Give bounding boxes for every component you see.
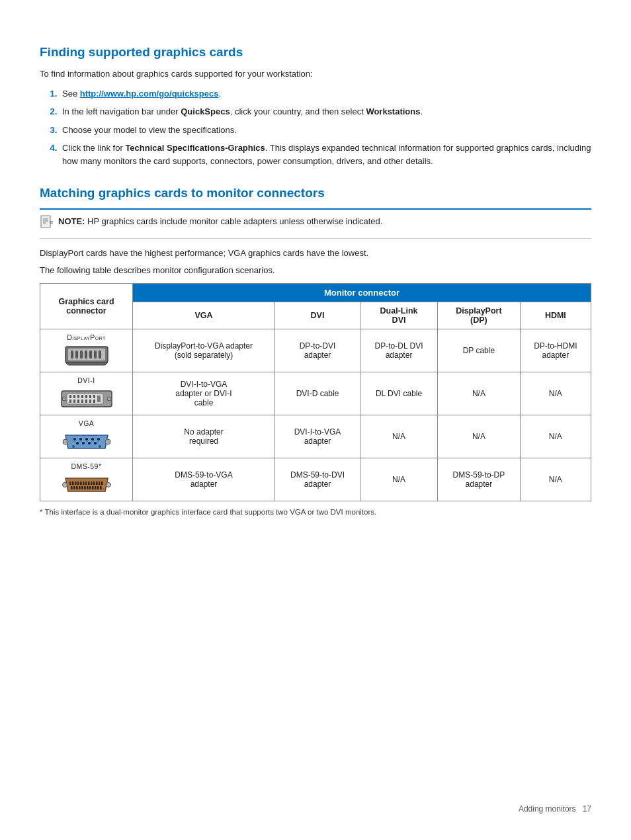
svg-rect-29	[89, 399, 91, 403]
svg-rect-69	[89, 486, 91, 489]
svg-point-42	[88, 442, 91, 444]
displayport-icon	[63, 344, 110, 368]
page-footer: Adding monitors 17	[519, 804, 591, 814]
section1-intro: To find information about graphics cards…	[40, 67, 591, 81]
svg-rect-62	[71, 486, 73, 489]
svg-rect-60	[99, 482, 101, 485]
svg-rect-73	[100, 486, 102, 489]
svg-point-75	[106, 483, 110, 487]
svg-rect-72	[97, 486, 99, 489]
svg-marker-34	[65, 435, 108, 448]
svg-rect-10	[85, 351, 87, 358]
svg-point-44	[72, 445, 75, 448]
perf-text: DisplayPort cards have the highest perfo…	[40, 247, 591, 260]
table-desc: The following table describes monitor co…	[40, 264, 591, 277]
svg-rect-20	[81, 395, 83, 398]
step1-link[interactable]: http://www.hp.com/go/quickspecs	[80, 89, 219, 99]
svg-rect-26	[77, 399, 79, 403]
dvi-vga: DVI-I-to-VGAadapter or DVI-Icable	[133, 372, 275, 415]
dms59-dual-dvi: N/A	[360, 458, 437, 501]
footer-text: Adding monitors	[519, 804, 576, 814]
svg-point-37	[85, 438, 88, 441]
svg-point-33	[107, 397, 111, 401]
dp-hdmi: DP-to-HDMIadapter	[520, 329, 591, 372]
svg-rect-53	[80, 482, 82, 485]
col-header-dvi: DVI	[275, 302, 360, 329]
svg-point-46	[63, 439, 68, 444]
note-icon: ≡	[40, 215, 54, 233]
connector-cell-vga: VGA	[40, 415, 133, 458]
svg-rect-71	[95, 486, 97, 489]
svg-rect-59	[96, 482, 98, 485]
graphics-card-connector-header: Graphics card connector	[40, 284, 133, 329]
table-row: DMS-59*	[40, 458, 591, 501]
svg-rect-64	[76, 486, 78, 489]
svg-point-47	[105, 439, 110, 444]
svg-point-36	[79, 438, 82, 441]
col-header-dual-dvi: Dual-LinkDVI	[360, 302, 437, 329]
vga-dvi: DVI-I-to-VGAadapter	[275, 415, 360, 458]
table-row: VGA	[40, 415, 591, 458]
svg-point-39	[97, 438, 100, 441]
svg-rect-11	[89, 351, 92, 358]
svg-rect-8	[75, 351, 78, 358]
vga-dual-dvi: N/A	[360, 415, 437, 458]
svg-rect-68	[87, 486, 89, 489]
svg-rect-51	[75, 482, 77, 485]
svg-point-35	[73, 438, 76, 441]
svg-rect-22	[89, 395, 91, 398]
svg-rect-58	[93, 482, 95, 485]
table-row: DVI-I	[40, 372, 591, 415]
dp-vga: DisplayPort-to-VGA adapter(sold separate…	[133, 329, 275, 372]
table-footnote: * This interface is a dual-monitor graph…	[40, 507, 591, 518]
section1-title: Finding supported graphics cards	[40, 45, 591, 60]
svg-marker-14	[65, 362, 108, 365]
dvi-dvi: DVI-D cable	[275, 372, 360, 415]
svg-point-41	[82, 442, 85, 444]
dms59-icon	[60, 473, 113, 497]
steps-list: See http://www.hp.com/go/quickspecs. In …	[60, 87, 591, 168]
vga-hdmi: N/A	[520, 415, 591, 458]
dms59-hdmi: N/A	[520, 458, 591, 501]
svg-point-40	[76, 442, 79, 444]
vga-icon	[60, 430, 113, 454]
svg-point-32	[62, 397, 66, 401]
dp-dvi: DP-to-DVIadapter	[275, 329, 360, 372]
svg-rect-24	[69, 399, 71, 403]
svg-rect-49	[69, 482, 71, 485]
vga-dp: N/A	[438, 415, 521, 458]
step-2: In the left navigation bar under QuickSp…	[60, 105, 591, 118]
svg-rect-12	[94, 351, 97, 358]
dvi-hdmi: N/A	[520, 372, 591, 415]
svg-rect-63	[73, 486, 75, 489]
svg-rect-0	[41, 216, 50, 228]
svg-rect-31	[97, 396, 101, 402]
dvi-icon	[60, 387, 113, 411]
dms59-vga: DMS-59-to-VGAadapter	[133, 458, 275, 501]
dvi-dual-dvi: DL DVI cable	[360, 372, 437, 415]
dp-dp: DP cable	[438, 329, 521, 372]
svg-rect-70	[92, 486, 94, 489]
step-1: See http://www.hp.com/go/quickspecs.	[60, 87, 591, 101]
svg-rect-61	[101, 482, 103, 485]
svg-rect-67	[84, 486, 86, 489]
svg-rect-54	[83, 482, 85, 485]
monitor-connector-header: Monitor connector	[133, 284, 591, 302]
svg-point-74	[62, 483, 67, 487]
dp-dual-dvi: DP-to-DL DVIadapter	[360, 329, 437, 372]
svg-rect-28	[85, 399, 87, 403]
footer-page-num: 17	[583, 804, 591, 814]
dvi-dp: N/A	[438, 372, 521, 415]
svg-rect-52	[77, 482, 79, 485]
dms59-dp: DMS-59-to-DPadapter	[438, 458, 521, 501]
svg-rect-23	[93, 395, 95, 398]
note-text: NOTE: HP graphics cards include monitor …	[58, 215, 382, 228]
svg-rect-7	[71, 351, 73, 358]
vga-vga: No adapterrequired	[133, 415, 275, 458]
svg-rect-21	[85, 395, 87, 398]
dms59-dvi: DMS-59-to-DVIadapter	[275, 458, 360, 501]
svg-rect-57	[91, 482, 93, 485]
svg-rect-27	[81, 399, 83, 403]
step-4: Click the link for Technical Specificati…	[60, 142, 591, 167]
step-3: Choose your model to view the specificat…	[60, 124, 591, 137]
